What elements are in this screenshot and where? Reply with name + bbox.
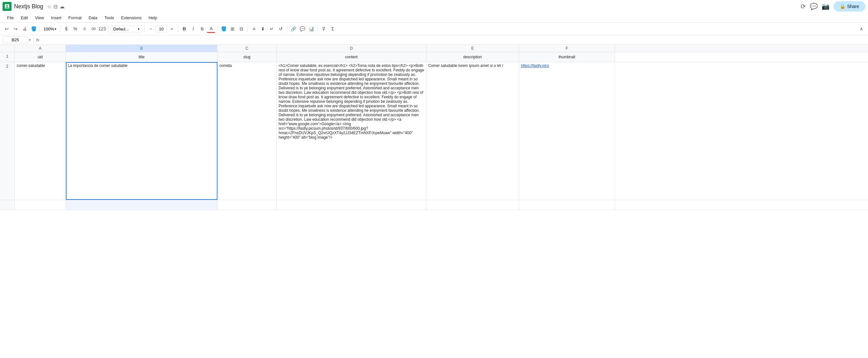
col-header-d[interactable]: D xyxy=(277,45,426,52)
comment-button[interactable]: 💬 xyxy=(298,25,306,33)
wrap-button[interactable]: ↵ xyxy=(268,25,276,33)
col-header-f[interactable]: F xyxy=(519,45,615,52)
fx-label: fx xyxy=(36,37,39,42)
link-button[interactable]: 🔗 xyxy=(289,25,298,33)
paint-format-button[interactable]: 🪣 xyxy=(29,25,38,33)
star-icon[interactable]: ☆ xyxy=(47,3,52,9)
col-header-e[interactable]: E xyxy=(426,45,519,52)
spreadsheet: A B C D E F 1 uid title slug content des… xyxy=(0,45,868,210)
menu-bar: File Edit View Insert Format Data Tools … xyxy=(0,13,868,22)
font-selector[interactable]: Defaul... ▾ xyxy=(110,26,142,32)
cloud-icon[interactable]: ☁ xyxy=(60,3,65,9)
row-num-3 xyxy=(0,200,15,210)
rotate-button[interactable]: ↺ xyxy=(277,25,285,33)
sep8 xyxy=(287,25,287,32)
sep9 xyxy=(317,25,318,32)
top-bar: Nextjs Blog ☆ ⊟ ☁ ⟳ 💬 📷 🔒 Share xyxy=(0,0,868,13)
font-dropdown-icon: ▾ xyxy=(138,27,140,31)
filter-button[interactable]: ⊽ xyxy=(319,25,328,33)
menu-file[interactable]: File xyxy=(4,14,17,22)
cell-b3[interactable] xyxy=(66,200,217,210)
share-button[interactable]: 🔒 Share xyxy=(833,1,865,11)
toolbar-right: ∧ xyxy=(857,25,865,33)
cell-f1[interactable]: thumbnail xyxy=(519,52,615,62)
fill-color-button[interactable]: 🪣 xyxy=(219,25,228,33)
cell-c2[interactable]: comida xyxy=(217,62,277,200)
borders-button[interactable]: ⊞ xyxy=(228,25,237,33)
strikethrough-button[interactable]: S xyxy=(198,25,206,33)
cell-e2[interactable]: Comer saludable lorem ipsum amet si o le… xyxy=(426,62,519,200)
valign-button[interactable]: ⬇ xyxy=(259,25,267,33)
share-label: Share xyxy=(847,4,859,9)
app-icon xyxy=(3,2,11,11)
menu-data[interactable]: Data xyxy=(85,14,100,22)
col-header-c[interactable]: C xyxy=(217,45,277,52)
cell-ref-arrow: ▾ xyxy=(29,38,31,42)
cell-reference[interactable]: B25 xyxy=(3,36,28,43)
history-icon[interactable]: ⟳ xyxy=(801,3,806,10)
decimal-increase-button[interactable]: .00 xyxy=(89,25,97,33)
cell-e3[interactable] xyxy=(426,200,519,210)
menu-help[interactable]: Help xyxy=(145,14,160,22)
sep3 xyxy=(108,25,108,32)
font-size-decrease-button[interactable]: − xyxy=(147,25,155,33)
bold-button[interactable]: B xyxy=(180,25,188,33)
chart-button[interactable]: 📊 xyxy=(307,25,315,33)
sep7 xyxy=(248,25,248,32)
thumbnail-link[interactable]: https://fastly.pics xyxy=(521,63,549,68)
decimal-decrease-button[interactable]: .0 xyxy=(80,25,88,33)
table-row xyxy=(0,200,868,210)
cell-b1[interactable]: title xyxy=(66,52,217,62)
undo-button[interactable]: ↩ xyxy=(3,25,11,33)
top-right: ⟳ 💬 📷 🔒 Share xyxy=(801,1,865,11)
menu-extensions[interactable]: Extensions xyxy=(118,14,145,22)
function-button[interactable]: Σ xyxy=(329,25,337,33)
italic-button[interactable]: I xyxy=(189,25,197,33)
cell-e1[interactable]: description xyxy=(426,52,519,62)
column-headers: A B C D E F xyxy=(0,45,868,52)
format-number-button[interactable]: 123 xyxy=(98,25,106,33)
comment-icon[interactable]: 💬 xyxy=(810,3,818,10)
video-icon[interactable]: 📷 xyxy=(822,3,830,10)
font-size-increase-button[interactable]: + xyxy=(167,25,176,33)
sep1 xyxy=(40,25,40,32)
row-num-header-corner xyxy=(0,45,15,52)
formula-bar: B25 ▾ fx xyxy=(0,35,868,45)
menu-view[interactable]: View xyxy=(32,14,47,22)
cell-c3[interactable] xyxy=(217,200,277,210)
col-header-b[interactable]: B xyxy=(66,45,217,52)
font-size-input[interactable]: 10 xyxy=(155,26,167,32)
percent-button[interactable]: % xyxy=(71,25,79,33)
formula-divider xyxy=(33,37,34,43)
redo-button[interactable]: ↪ xyxy=(11,25,20,33)
font-name: Defaul... xyxy=(113,27,129,31)
print-button[interactable]: 🖨 xyxy=(21,25,29,33)
cell-f3[interactable] xyxy=(519,200,615,210)
menu-insert[interactable]: Insert xyxy=(48,14,65,22)
cell-c1[interactable]: slug xyxy=(217,52,277,62)
align-button[interactable]: ≡ xyxy=(250,25,258,33)
merge-cells-button[interactable]: ⊟ xyxy=(237,25,246,33)
cell-d2[interactable]: <h1>Comer saludable, es esencial</h1> <h… xyxy=(277,62,426,200)
lock-icon: 🔒 xyxy=(840,4,845,9)
table-row: 1 uid title slug content description thu… xyxy=(0,52,868,62)
col-header-a[interactable]: A xyxy=(15,45,66,52)
menu-tools[interactable]: Tools xyxy=(101,14,117,22)
currency-button[interactable]: $ xyxy=(62,25,70,33)
cell-d1[interactable]: content xyxy=(277,52,426,62)
menu-format[interactable]: Format xyxy=(65,14,85,22)
zoom-dropdown-icon: ▾ xyxy=(55,27,56,31)
cell-a2[interactable]: comer-saludable xyxy=(15,62,66,200)
title-icons: ☆ ⊟ ☁ xyxy=(47,3,65,9)
zoom-selector[interactable]: 100% ▾ xyxy=(42,26,58,32)
folder-icon[interactable]: ⊟ xyxy=(54,3,58,9)
cell-a1[interactable]: uid xyxy=(15,52,66,62)
menu-edit[interactable]: Edit xyxy=(18,14,31,22)
cell-b2[interactable]: La importancia de comer saludable xyxy=(66,62,217,200)
cell-a3[interactable] xyxy=(15,200,66,210)
cell-d3[interactable] xyxy=(277,200,426,210)
doc-title: Nextjs Blog xyxy=(14,3,43,10)
collapse-toolbar-button[interactable]: ∧ xyxy=(857,25,865,33)
cell-f2[interactable]: https://fastly.pics xyxy=(519,62,615,200)
text-color-button[interactable]: A xyxy=(207,25,215,33)
